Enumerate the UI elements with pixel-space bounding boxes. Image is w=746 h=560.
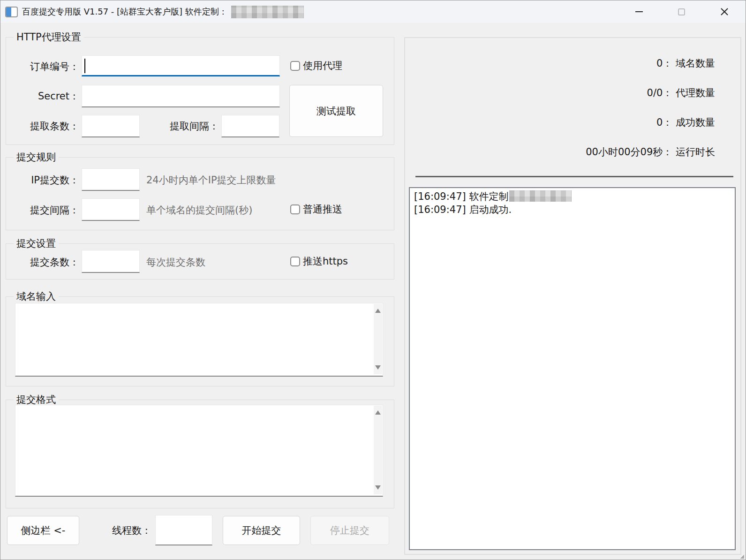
stop-submit-button: 停止提交	[310, 516, 389, 545]
close-button[interactable]	[703, 0, 746, 23]
scroll-down-icon[interactable]	[375, 485, 381, 490]
status-panel: 0： 域名数量 0/0： 代理数量 0： 成功数量 00小时00分09秒： 运行…	[404, 37, 741, 555]
success-count-stat: 0： 成功数量	[656, 116, 715, 129]
domain-input-group: 域名输入	[6, 296, 394, 386]
window-title: 百度提交专用版 V1.57 - [站群宝大客户版] 软件定制：	[22, 6, 227, 17]
domain-input-textarea[interactable]	[15, 303, 383, 377]
resize-grip[interactable]	[740, 554, 744, 559]
proxy-count-stat: 0/0： 代理数量	[647, 86, 715, 99]
submit-format-group-title: 提交格式	[14, 394, 59, 406]
submit-format-group: 提交格式	[6, 400, 394, 508]
push-https-checkbox[interactable]	[290, 257, 300, 266]
fetch-count-label: 提取条数：	[15, 115, 79, 137]
caption-controls	[618, 0, 746, 23]
log-line-text: [16:09:47] 软件定制	[414, 191, 508, 202]
redacted-log-text	[509, 190, 572, 202]
app-window: 百度提交专用版 V1.57 - [站群宝大客户版] 软件定制： HTTP代理设置…	[0, 0, 746, 560]
use-proxy-label: 使用代理	[303, 58, 342, 73]
log-output[interactable]: [16:09:47] 软件定制 [16:09:47] 启动成功.	[409, 187, 736, 550]
minimize-icon	[635, 11, 643, 12]
maximize-icon	[678, 8, 685, 15]
test-fetch-button[interactable]: 测试提取	[289, 85, 383, 137]
submit-settings-group-title: 提交设置	[14, 237, 59, 250]
scroll-up-icon[interactable]	[375, 410, 381, 415]
submit-count-hint: 每次提交条数	[146, 251, 205, 273]
threads-label: 线程数：	[94, 520, 151, 541]
domain-input-group-title: 域名输入	[14, 290, 59, 303]
log-line: [16:09:47] 启动成功.	[414, 203, 731, 216]
submit-count-input[interactable]	[82, 250, 140, 273]
normal-push-checkbox[interactable]	[290, 204, 300, 214]
order-number-label: 订单编号：	[15, 56, 79, 77]
submit-rules-group: 提交规则 IP提交数： 24小时内单个IP提交上限数量 提交间隔： 单个域名的提…	[6, 157, 394, 230]
fetch-interval-label: 提取间隔：	[161, 115, 219, 137]
submit-interval-label: 提交间隔：	[15, 199, 79, 221]
titlebar: 百度提交专用版 V1.57 - [站群宝大客户版] 软件定制：	[0, 0, 746, 23]
submit-format-textarea[interactable]	[15, 405, 383, 497]
fetch-count-input[interactable]	[82, 115, 140, 137]
log-line: [16:09:47] 软件定制	[414, 190, 731, 203]
submit-settings-group: 提交设置 提交条数： 每次提交条数 推送https	[6, 243, 394, 280]
order-number-input[interactable]	[82, 55, 280, 76]
minimize-button[interactable]	[618, 0, 660, 23]
ip-limit-input[interactable]	[82, 168, 140, 191]
secret-label: Secret：	[15, 85, 79, 107]
start-submit-button[interactable]: 开始提交	[223, 516, 300, 545]
ip-limit-label: IP提交数：	[15, 169, 79, 191]
log-line-text: [16:09:47] 启动成功.	[414, 204, 512, 215]
fetch-interval-input[interactable]	[221, 115, 279, 137]
stats-log-divider	[415, 176, 733, 177]
runtime-stat: 00小时00分09秒： 运行时长	[586, 145, 715, 159]
redacted-title-text	[231, 6, 304, 18]
submit-interval-hint: 单个域名的提交间隔(秒)	[146, 199, 252, 221]
domain-count-stat: 0： 域名数量	[656, 57, 715, 70]
scroll-up-icon[interactable]	[375, 309, 381, 313]
http-proxy-group-title: HTTP代理设置	[14, 31, 84, 43]
submit-rules-group-title: 提交规则	[14, 151, 59, 163]
use-proxy-checkbox[interactable]	[290, 61, 300, 71]
maximize-button[interactable]	[660, 0, 703, 23]
secret-input[interactable]	[82, 85, 280, 107]
submit-interval-input[interactable]	[82, 198, 140, 221]
close-icon	[720, 8, 729, 16]
scroll-down-icon[interactable]	[375, 365, 381, 370]
sidebar-toggle-button[interactable]: 侧边栏 <-	[7, 516, 79, 545]
domain-scrollbar[interactable]	[374, 304, 382, 374]
threads-input[interactable]	[155, 515, 212, 545]
app-icon	[5, 7, 18, 17]
format-scrollbar[interactable]	[374, 406, 382, 494]
http-proxy-group: HTTP代理设置 订单编号： 使用代理 Secret： 提取条数： 提取间隔： …	[6, 37, 394, 145]
push-https-label: 推送https	[303, 254, 348, 269]
ip-limit-hint: 24小时内单个IP提交上限数量	[146, 169, 276, 191]
normal-push-label: 普通推送	[303, 202, 342, 217]
text-caret	[84, 59, 85, 73]
submit-count-label: 提交条数：	[15, 251, 79, 273]
